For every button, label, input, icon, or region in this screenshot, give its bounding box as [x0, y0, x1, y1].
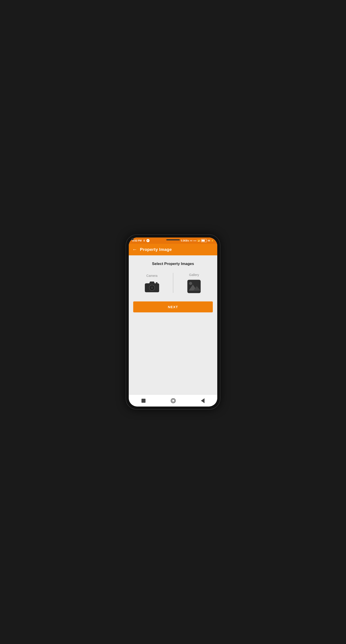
parking-icon: P: [146, 239, 150, 242]
svg-point-3: [150, 286, 153, 289]
wifi-icon: 📶: [197, 240, 200, 242]
app-bar-title: Property Image: [140, 247, 172, 252]
vertical-divider: [173, 273, 173, 293]
status-left: 8:02 PM ⬇ P: [132, 239, 150, 242]
circle-icon: [171, 398, 176, 403]
back-button[interactable]: ←: [132, 247, 137, 252]
gallery-icon-wrapper: [186, 279, 202, 294]
download-icon: ⬇: [143, 239, 145, 242]
network-speed: 0.3KB/s: [181, 240, 189, 242]
stop-button[interactable]: [137, 397, 150, 404]
network-type-icon: 4G: [190, 240, 192, 242]
options-row: Camera: [133, 273, 213, 294]
status-right: 0.3KB/s 4G ▪▪▪▪ 📶 44 ⚡: [181, 239, 214, 242]
svg-rect-4: [156, 282, 158, 283]
battery-container: [201, 239, 207, 242]
nav-bar: [129, 394, 217, 406]
svg-point-8: [189, 282, 192, 285]
camera-label: Camera: [146, 274, 158, 278]
charging-icon: ⚡: [211, 240, 214, 242]
app-bar: ← Property Image: [129, 244, 217, 255]
camera-option[interactable]: Camera: [133, 274, 171, 293]
camera-icon-wrapper: [144, 280, 160, 293]
battery-level: 44: [208, 240, 210, 242]
battery-fill: [202, 240, 205, 242]
front-camera: [131, 238, 134, 240]
signal-bars-icon: ▪▪▪▪: [193, 240, 196, 242]
camera-icon: [144, 280, 160, 293]
phone-frame: 8:02 PM ⬇ P 0.3KB/s 4G ▪▪▪▪ 📶 44 ⚡ ← Pro…: [126, 235, 220, 409]
section-title: Select Property Images: [152, 262, 194, 266]
square-icon: [141, 399, 145, 403]
home-button[interactable]: [166, 396, 180, 405]
next-button[interactable]: NEXT: [133, 302, 213, 312]
gallery-icon: [186, 279, 202, 294]
main-content: Select Property Images Camera: [129, 255, 217, 394]
back-triangle-icon: [201, 398, 205, 403]
phone-screen: 8:02 PM ⬇ P 0.3KB/s 4G ▪▪▪▪ 📶 44 ⚡ ← Pro…: [129, 238, 217, 406]
gallery-option[interactable]: Gallery: [175, 273, 213, 294]
back-nav-button[interactable]: [196, 396, 209, 405]
status-bar: 8:02 PM ⬇ P 0.3KB/s 4G ▪▪▪▪ 📶 44 ⚡: [129, 238, 217, 244]
gallery-label: Gallery: [189, 273, 199, 276]
time-display: 8:02 PM: [132, 239, 142, 242]
